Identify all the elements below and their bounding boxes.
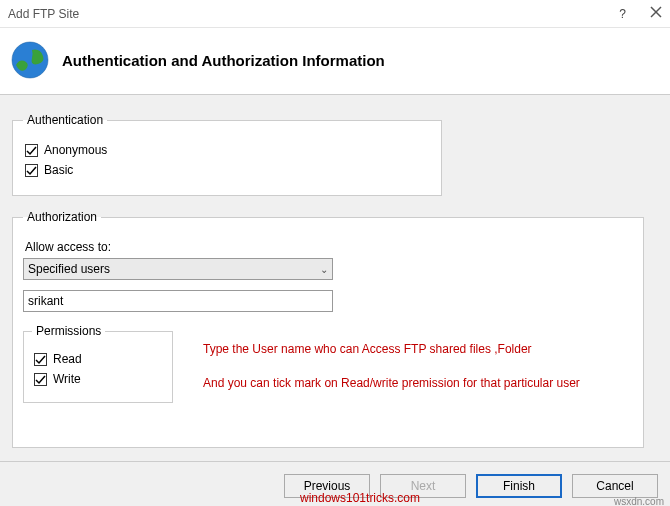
authorization-legend: Authorization xyxy=(23,210,101,224)
check-icon xyxy=(35,374,46,385)
permissions-legend: Permissions xyxy=(32,324,105,338)
watermark-site1: windows101tricks.com xyxy=(300,491,420,505)
read-checkbox-row[interactable]: Read xyxy=(34,352,162,366)
check-icon xyxy=(26,165,37,176)
permissions-group: Permissions Read Write xyxy=(23,324,173,403)
anonymous-checkbox-row[interactable]: Anonymous xyxy=(25,143,429,157)
basic-checkbox-row[interactable]: Basic xyxy=(25,163,429,177)
footer: Previous Next Finish Cancel windows101tr… xyxy=(0,461,670,506)
allow-access-value: Specified users xyxy=(28,262,110,276)
authentication-legend: Authentication xyxy=(23,113,107,127)
user-name-input[interactable] xyxy=(23,290,333,312)
anonymous-label: Anonymous xyxy=(44,143,107,157)
page-title: Authentication and Authorization Informa… xyxy=(62,52,385,69)
title-controls: ? xyxy=(619,6,662,21)
write-label: Write xyxy=(53,372,81,386)
help-button[interactable]: ? xyxy=(619,7,626,21)
close-icon xyxy=(650,6,662,18)
titlebar: Add FTP Site ? xyxy=(0,0,670,28)
finish-button[interactable]: Finish xyxy=(476,474,562,498)
anonymous-checkbox[interactable] xyxy=(25,144,38,157)
basic-label: Basic xyxy=(44,163,73,177)
read-checkbox[interactable] xyxy=(34,353,47,366)
read-label: Read xyxy=(53,352,82,366)
header: Authentication and Authorization Informa… xyxy=(0,28,670,95)
check-icon xyxy=(26,145,37,156)
cancel-button[interactable]: Cancel xyxy=(572,474,658,498)
authorization-group: Authorization Allow access to: Specified… xyxy=(12,210,644,448)
check-icon xyxy=(35,354,46,365)
allow-access-select[interactable]: Specified users ⌄ xyxy=(23,258,333,280)
write-checkbox-row[interactable]: Write xyxy=(34,372,162,386)
allow-access-label: Allow access to: xyxy=(25,240,631,254)
close-button[interactable] xyxy=(650,6,662,21)
authentication-group: Authentication Anonymous Basic xyxy=(12,113,442,196)
chevron-down-icon: ⌄ xyxy=(320,264,328,275)
window-title: Add FTP Site xyxy=(8,7,79,21)
write-checkbox[interactable] xyxy=(34,373,47,386)
annotation-username: Type the User name who can Access FTP sh… xyxy=(203,342,532,356)
watermark-site2: wsxdn.com xyxy=(614,496,664,506)
annotation-permissions: And you can tick mark on Read/write prem… xyxy=(203,376,580,390)
globe-icon xyxy=(10,40,50,80)
basic-checkbox[interactable] xyxy=(25,164,38,177)
content-area: Authentication Anonymous Basic Authoriza… xyxy=(0,95,670,461)
